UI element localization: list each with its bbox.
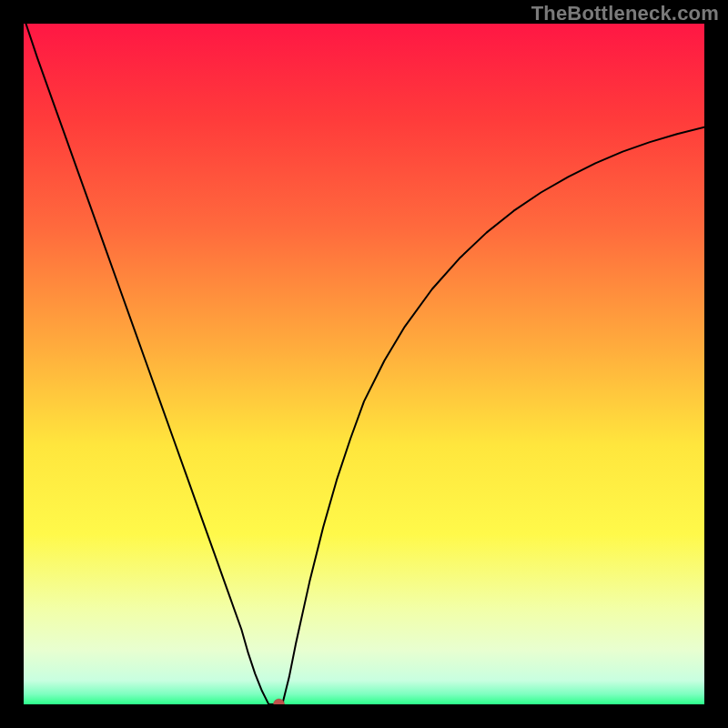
chart-stage: TheBottleneck.com (0, 0, 728, 728)
chart-svg (24, 24, 704, 704)
gradient-backdrop (24, 24, 704, 704)
plot-area (24, 24, 704, 704)
watermark-text: TheBottleneck.com (531, 2, 719, 25)
